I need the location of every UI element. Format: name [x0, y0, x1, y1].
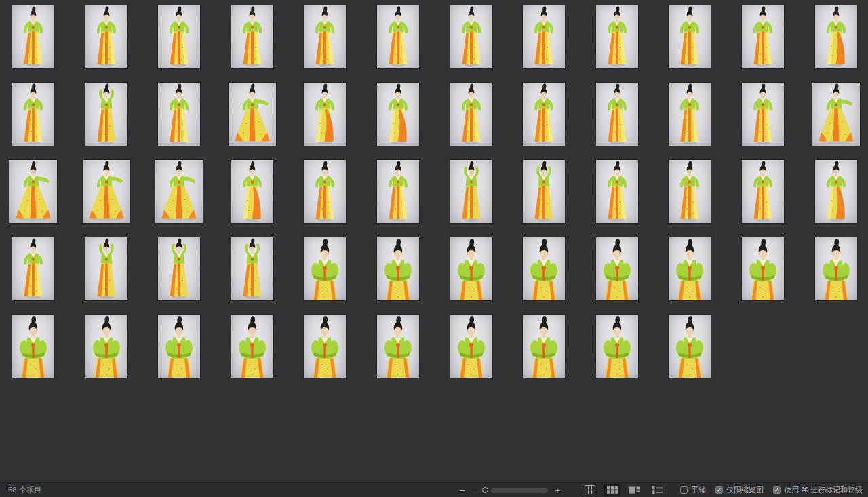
- photo-thumbnail[interactable]: [523, 5, 565, 68]
- model-photo-figure: [377, 160, 419, 223]
- photo-thumbnail[interactable]: [85, 237, 127, 300]
- photo-thumbnail[interactable]: [12, 5, 54, 68]
- photo-thumbnail[interactable]: [9, 160, 57, 223]
- model-photo-figure: [742, 83, 784, 146]
- model-photo-figure: [377, 237, 419, 300]
- model-photo-figure: [304, 5, 346, 68]
- photo-thumbnail[interactable]: [669, 315, 711, 378]
- photo-thumbnail[interactable]: [231, 160, 273, 223]
- photo-thumbnail[interactable]: [377, 315, 419, 378]
- model-photo-figure: [158, 315, 200, 378]
- photo-thumbnail[interactable]: [596, 237, 638, 300]
- photo-thumbnail[interactable]: [158, 237, 200, 300]
- photo-thumbnail[interactable]: [377, 237, 419, 300]
- model-photo-figure: [596, 315, 638, 378]
- model-photo-figure: [377, 5, 419, 68]
- zoom-control: − +: [458, 485, 561, 495]
- model-photo-figure: [158, 83, 200, 146]
- photo-thumbnail[interactable]: [304, 83, 346, 146]
- photo-thumbnail[interactable]: [12, 315, 54, 378]
- photo-thumbnail[interactable]: [523, 237, 565, 300]
- model-photo-figure: [231, 237, 273, 300]
- photo-thumbnail[interactable]: [85, 83, 127, 146]
- photo-thumbnail[interactable]: [596, 5, 638, 68]
- photo-thumbnail[interactable]: [815, 237, 857, 300]
- model-photo-figure: [815, 5, 857, 68]
- photo-thumbnail[interactable]: [742, 160, 784, 223]
- photo-thumbnail[interactable]: [450, 83, 492, 146]
- photo-thumbnail[interactable]: [377, 83, 419, 146]
- photo-thumbnail[interactable]: [815, 5, 857, 68]
- photo-thumbnail[interactable]: [596, 83, 638, 146]
- photo-thumbnail[interactable]: [377, 5, 419, 68]
- option-label: 仅限缩览图: [726, 485, 764, 495]
- photo-thumbnail[interactable]: [523, 315, 565, 378]
- zoom-slider[interactable]: [472, 485, 548, 495]
- photo-thumbnail[interactable]: [158, 5, 200, 68]
- photo-thumbnail[interactable]: [523, 160, 565, 223]
- photo-thumbnail[interactable]: [304, 5, 346, 68]
- option-toggle[interactable]: 仅限缩览图: [715, 485, 764, 495]
- model-photo-figure: [669, 315, 711, 378]
- photo-thumbnail[interactable]: [450, 5, 492, 68]
- photo-thumbnail[interactable]: [231, 315, 273, 378]
- photo-thumbnail[interactable]: [85, 315, 127, 378]
- photo-thumbnail[interactable]: [377, 160, 419, 223]
- option-label: 平铺: [691, 485, 706, 495]
- photo-thumbnail[interactable]: [742, 237, 784, 300]
- view-mode-switcher: [582, 484, 665, 496]
- model-photo-figure: [9, 160, 57, 223]
- model-photo-figure: [83, 160, 130, 223]
- model-photo-figure: [669, 83, 711, 146]
- photo-thumbnail[interactable]: [155, 160, 203, 223]
- view-mode-grid-outline-icon[interactable]: [582, 484, 598, 496]
- photo-thumbnail[interactable]: [231, 237, 273, 300]
- photo-thumbnail[interactable]: [12, 83, 54, 146]
- model-photo-figure: [742, 237, 784, 300]
- checkbox-checked-icon[interactable]: [715, 486, 723, 494]
- photo-thumbnail[interactable]: [304, 315, 346, 378]
- checkbox-checked-icon[interactable]: [773, 486, 781, 494]
- photo-thumbnail[interactable]: [158, 315, 200, 378]
- checkbox-unchecked-icon[interactable]: [680, 486, 688, 494]
- zoom-in-button[interactable]: +: [553, 485, 561, 495]
- model-photo-figure: [85, 237, 127, 300]
- model-photo-figure: [450, 83, 492, 146]
- option-toggle[interactable]: 使用 ⌘ 进行标记和评级: [773, 485, 863, 495]
- photo-thumbnail[interactable]: [812, 83, 860, 146]
- photo-thumbnail[interactable]: [304, 160, 346, 223]
- photo-thumbnail[interactable]: [229, 83, 276, 146]
- photo-thumbnail[interactable]: [596, 315, 638, 378]
- photo-thumbnail[interactable]: [158, 83, 200, 146]
- photo-thumbnail[interactable]: [85, 5, 127, 68]
- photo-thumbnail[interactable]: [669, 83, 711, 146]
- zoom-slider-knob[interactable]: [482, 487, 488, 493]
- photo-thumbnail[interactable]: [596, 160, 638, 223]
- model-photo-figure: [596, 5, 638, 68]
- photo-thumbnail[interactable]: [304, 237, 346, 300]
- model-photo-figure: [155, 160, 203, 223]
- view-mode-list-icon[interactable]: [649, 484, 665, 496]
- photo-thumbnail[interactable]: [523, 83, 565, 146]
- model-photo-figure: [523, 315, 565, 378]
- photo-thumbnail[interactable]: [742, 83, 784, 146]
- photo-thumbnail[interactable]: [669, 237, 711, 300]
- option-toggle[interactable]: 平铺: [680, 485, 706, 495]
- zoom-out-button[interactable]: −: [458, 485, 467, 495]
- photo-thumbnail[interactable]: [669, 160, 711, 223]
- photo-thumbnail[interactable]: [231, 5, 273, 68]
- view-mode-grid-filled-icon[interactable]: [604, 484, 620, 496]
- photo-thumbnail[interactable]: [450, 160, 492, 223]
- photo-thumbnail[interactable]: [669, 5, 711, 68]
- model-photo-figure: [85, 83, 127, 146]
- photo-thumbnail[interactable]: [742, 5, 784, 68]
- view-mode-filmstrip-icon[interactable]: [627, 484, 643, 496]
- photo-thumbnail[interactable]: [83, 160, 130, 223]
- photo-thumbnail[interactable]: [815, 160, 857, 223]
- photo-thumbnail[interactable]: [450, 315, 492, 378]
- model-photo-figure: [304, 237, 346, 300]
- photo-thumbnail[interactable]: [12, 237, 54, 300]
- option-label: 使用 ⌘ 进行标记和评级: [784, 485, 863, 495]
- model-photo-figure: [231, 5, 273, 68]
- photo-thumbnail[interactable]: [450, 237, 492, 300]
